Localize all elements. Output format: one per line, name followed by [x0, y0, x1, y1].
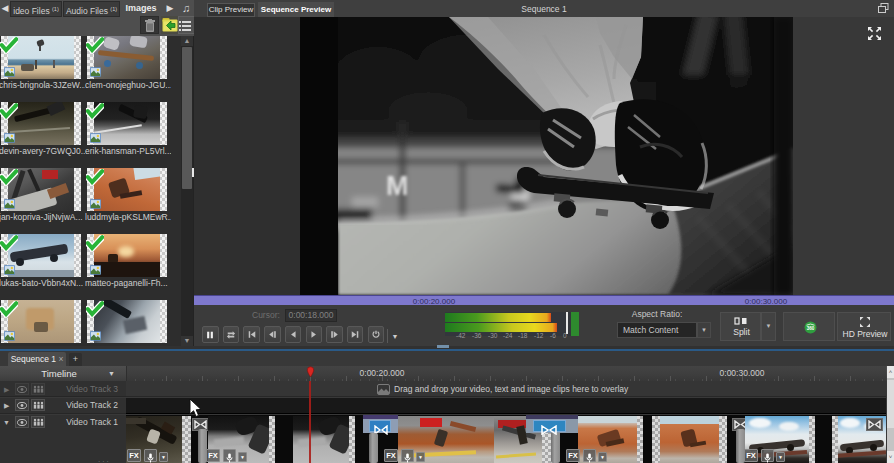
svg-text:M: M — [386, 171, 409, 201]
svg-text:360: 360 — [807, 326, 815, 331]
